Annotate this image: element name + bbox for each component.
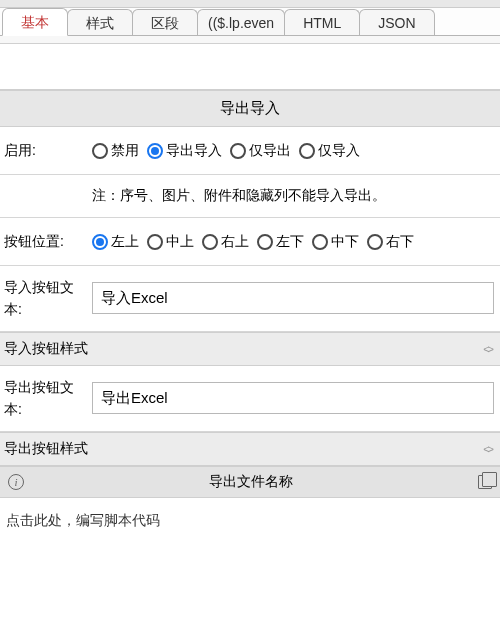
option-position-tl[interactable]: 左上 [92,233,139,251]
enable-options: 禁用 导出导入 仅导出 仅导入 [92,142,360,160]
label-import-button-style: 导入按钮样式 [4,340,88,358]
tab-html[interactable]: HTML [284,9,360,35]
radio-icon [92,234,108,250]
tab-bar: 基本 样式 区段 (($.lp.even HTML JSON [0,8,500,36]
option-label: 仅导入 [318,142,360,160]
option-enable-export-only[interactable]: 仅导出 [230,142,291,160]
option-position-bc[interactable]: 中下 [312,233,359,251]
radio-icon [367,234,383,250]
note-text: 注：序号、图片、附件和隐藏列不能导入导出。 [0,175,500,218]
main-panel: 导出导入 启用: 禁用 导出导入 仅导出 仅导入 注：序号、图片、附件和隐藏列不… [0,44,500,558]
tab-style[interactable]: 样式 [67,9,133,35]
option-enable-disable[interactable]: 禁用 [92,142,139,160]
tab-section[interactable]: 区段 [132,9,198,35]
radio-icon [202,234,218,250]
top-spacer [0,44,500,90]
position-options: 左上 中上 右上 左下 中下 右下 [92,233,414,251]
info-icon[interactable]: i [8,474,24,490]
expand-icon: <> [483,443,492,455]
radio-icon [147,234,163,250]
row-import-button-style[interactable]: 导入按钮样式 <> [0,332,500,366]
option-position-br[interactable]: 右下 [367,233,414,251]
maximize-icon[interactable] [478,475,492,489]
option-position-tr[interactable]: 右上 [202,233,249,251]
label-import-button-text: 导入按钮文 本: [0,276,92,321]
radio-icon [92,143,108,159]
input-import-button-text[interactable] [92,282,494,314]
script-title: 导出文件名称 [24,473,478,491]
script-editor-area[interactable]: 点击此处，编写脚本代码 [0,498,500,558]
label-enable: 启用: [0,142,92,160]
label-line1: 导出按钮文 [4,376,92,398]
input-export-button-text[interactable] [92,382,494,414]
tab-json[interactable]: JSON [359,9,434,35]
row-export-button-style[interactable]: 导出按钮样式 <> [0,432,500,466]
option-label: 右上 [221,233,249,251]
radio-icon [257,234,273,250]
option-label: 导出导入 [166,142,222,160]
option-label: 右下 [386,233,414,251]
option-label: 左下 [276,233,304,251]
section-title-export-import: 导出导入 [0,90,500,127]
radio-icon [299,143,315,159]
option-position-bl[interactable]: 左下 [257,233,304,251]
sub-header-strip [0,36,500,44]
label-export-button-style: 导出按钮样式 [4,440,88,458]
window-top-trim [0,0,500,8]
script-section-header: i 导出文件名称 [0,466,500,498]
radio-icon [147,143,163,159]
option-label: 左上 [111,233,139,251]
tab-expression[interactable]: (($.lp.even [197,9,285,35]
label-export-button-text: 导出按钮文 本: [0,376,92,421]
label-line1: 导入按钮文 [4,276,92,298]
row-export-button-text: 导出按钮文 本: [0,366,500,432]
option-position-tc[interactable]: 中上 [147,233,194,251]
row-button-position: 按钮位置: 左上 中上 右上 左下 中下 [0,218,500,266]
label-line2: 本: [4,298,92,320]
option-enable-import-only[interactable]: 仅导入 [299,142,360,160]
option-enable-both[interactable]: 导出导入 [147,142,222,160]
option-label: 禁用 [111,142,139,160]
row-enable: 启用: 禁用 导出导入 仅导出 仅导入 [0,127,500,175]
tab-basic[interactable]: 基本 [2,8,68,36]
radio-icon [230,143,246,159]
option-label: 中上 [166,233,194,251]
option-label: 仅导出 [249,142,291,160]
radio-icon [312,234,328,250]
label-line2: 本: [4,398,92,420]
option-label: 中下 [331,233,359,251]
row-import-button-text: 导入按钮文 本: [0,266,500,332]
expand-icon: <> [483,343,492,355]
label-button-position: 按钮位置: [0,233,92,251]
